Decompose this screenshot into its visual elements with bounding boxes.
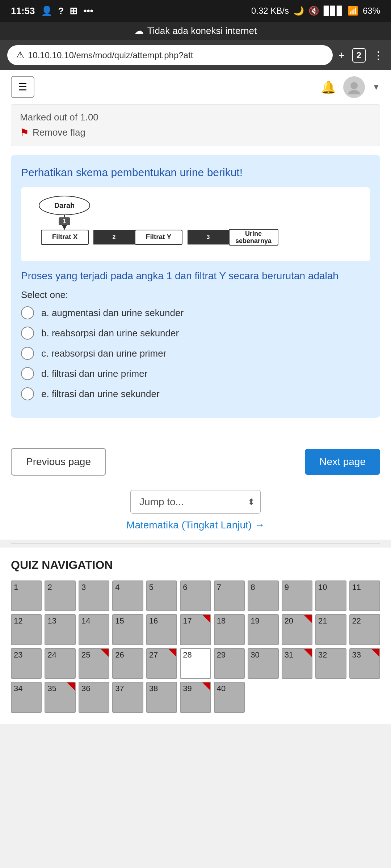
quiz-nav-cell-18[interactable]: 18 [214,614,245,645]
quiz-nav-cell-5[interactable]: 5 [146,580,177,611]
radio-a[interactable] [21,306,34,319]
cloud-off-icon: ☁ [134,25,144,37]
option-a-text: a. augmentasi dan urine sekunder [41,307,184,319]
option-a[interactable]: a. augmentasi dan urine sekunder [21,306,370,319]
quiz-nav-cell-40[interactable]: 40 [214,682,245,712]
separator [11,543,380,544]
signal-icon: ▊▊▊ [324,6,343,16]
quiz-nav-cell-22[interactable]: 22 [349,614,380,645]
no-internet-text: Tidak ada koneksi internet [147,25,257,37]
remove-flag-button[interactable]: ⚑ Remove flag [20,127,371,139]
svg-text:1: 1 [63,218,66,224]
user-icon: 👤 [41,5,52,17]
quiz-nav-cell-30[interactable]: 30 [248,648,278,679]
hamburger-button[interactable]: ☰ [11,76,34,98]
quiz-nav-cell-17[interactable]: 17 [180,614,211,645]
quiz-nav-cell-35[interactable]: 35 [45,682,75,712]
select-one-label: Select one: [21,289,370,301]
quiz-nav-cell-34[interactable]: 34 [11,682,42,712]
diagram-svg: Darah 1 Filtrat X 2 Filtrat Y [28,195,363,254]
svg-text:Urine: Urine [245,230,262,237]
tab-count[interactable]: 2 [352,48,366,63]
option-c-text: c. reabsorpsi dan urine primer [41,348,166,359]
quiz-nav-cell-31[interactable]: 31 [282,648,312,679]
quiz-nav-cell-6[interactable]: 6 [180,580,211,611]
option-d-text: d. filtrasi dan urine primer [41,368,147,379]
quiz-nav-cell-33[interactable]: 33 [349,648,380,679]
svg-text:Filtrat X: Filtrat X [52,233,78,241]
quiz-nav-cell-28[interactable]: 28 [180,648,211,679]
options-list: a. augmentasi dan urine sekunder b. reab… [21,306,370,400]
quiz-nav-cell-27[interactable]: 27 [146,648,177,679]
option-d[interactable]: d. filtrasi dan urine primer [21,367,370,380]
flag-icon: ⚑ [20,127,29,139]
radio-e[interactable] [21,387,34,400]
svg-point-1 [348,90,360,94]
quiz-nav-cell-36[interactable]: 36 [79,682,109,712]
svg-point-0 [350,82,358,89]
quiz-nav-cell-20[interactable]: 20 [282,614,312,645]
option-e[interactable]: e. filtrasi dan urine sekunder [21,387,370,400]
previous-page-button[interactable]: Previous page [11,448,106,476]
quiz-nav-cell-8[interactable]: 8 [248,580,278,611]
url-text: 10.10.10.10/ems/mod/quiz/attempt.php?att [28,50,324,60]
quiz-nav-cell-10[interactable]: 10 [315,580,346,611]
quiz-nav-cell-29[interactable]: 29 [214,648,245,679]
radio-c[interactable] [21,347,34,360]
quiz-nav-cell-16[interactable]: 16 [146,614,177,645]
header-icons: 🔔 ▼ [321,76,380,98]
question-info-box: Marked out of 1.00 ⚑ Remove flag [11,104,380,146]
quiz-nav-cell-32[interactable]: 32 [315,648,346,679]
profile-dropdown-icon[interactable]: ▼ [372,82,380,92]
quiz-nav-cell-39[interactable]: 39 [180,682,211,712]
radio-b[interactable] [21,327,34,340]
option-c[interactable]: c. reabsorpsi dan urine primer [21,347,370,360]
quiz-navigation-section: QUIZ NAVIGATION 123456789101112131415161… [0,548,391,724]
quiz-nav-cell-13[interactable]: 13 [45,614,75,645]
next-page-button[interactable]: Next page [305,449,380,475]
main-content: Marked out of 1.00 ⚑ Remove flag Perhati… [0,104,391,439]
quiz-nav-cell-3[interactable]: 3 [79,580,109,611]
moon-icon: 🌙 [293,6,304,16]
quiz-nav-cell-25[interactable]: 25 [79,648,109,679]
quiz-nav-cell-24[interactable]: 24 [45,648,75,679]
quiz-nav-cell-23[interactable]: 23 [11,648,42,679]
avatar[interactable] [343,76,365,98]
status-right: 0.32 KB/s 🌙 🔇 ▊▊▊ 📶 63% [251,6,380,16]
jump-to-select[interactable]: Jump to... [130,490,261,514]
menu-button[interactable]: ⋮ [373,49,384,61]
quiz-nav-cell-4[interactable]: 4 [112,580,143,611]
quiz-nav-cell-21[interactable]: 21 [315,614,346,645]
quiz-nav-cell-26[interactable]: 26 [112,648,143,679]
quiz-nav-cell-2[interactable]: 2 [45,580,75,611]
more-icon: ••• [83,5,93,17]
question-text: Proses yang terjadi pada angka 1 dan fil… [21,268,370,284]
svg-text:Filtrat Y: Filtrat Y [146,233,172,241]
question-icon: ? [58,5,64,17]
warning-icon: ⚠ [16,50,24,61]
quiz-nav-cell-9[interactable]: 9 [282,580,312,611]
option-b[interactable]: b. reabsorpsi dan urine sekunder [21,327,370,340]
quiz-nav-cell-38[interactable]: 38 [146,682,177,712]
quiz-nav-cell-14[interactable]: 14 [79,614,109,645]
quiz-nav-cell-37[interactable]: 37 [112,682,143,712]
no-internet-banner: ☁ Tidak ada koneksi internet [0,22,391,40]
wifi-icon: 📶 [348,6,358,16]
notification-icon[interactable]: 🔔 [321,80,336,94]
url-bar[interactable]: ⚠ 10.10.10.10/ems/mod/quiz/attempt.php?a… [7,45,333,65]
question-card: Perhatikan skema pembentukan urine berik… [11,155,380,418]
quiz-nav-cell-19[interactable]: 19 [248,614,278,645]
status-left: 11:53 👤 ? ⊞ ••• [11,5,93,17]
new-tab-button[interactable]: + [339,49,345,61]
quiz-nav-cell-7[interactable]: 7 [214,580,245,611]
course-link[interactable]: Matematika (Tingkat Lanjut) → [126,519,265,531]
quiz-nav-cell-12[interactable]: 12 [11,614,42,645]
radio-d[interactable] [21,367,34,380]
quiz-nav-cell-15[interactable]: 15 [112,614,143,645]
quiz-nav-cell-11[interactable]: 11 [349,580,380,611]
data-speed: 0.32 KB/s [251,6,289,16]
jump-to-wrapper[interactable]: Jump to... [130,490,261,514]
svg-text:2: 2 [113,234,116,240]
option-b-text: b. reabsorpsi dan urine sekunder [41,328,179,339]
quiz-nav-cell-1[interactable]: 1 [11,580,42,611]
